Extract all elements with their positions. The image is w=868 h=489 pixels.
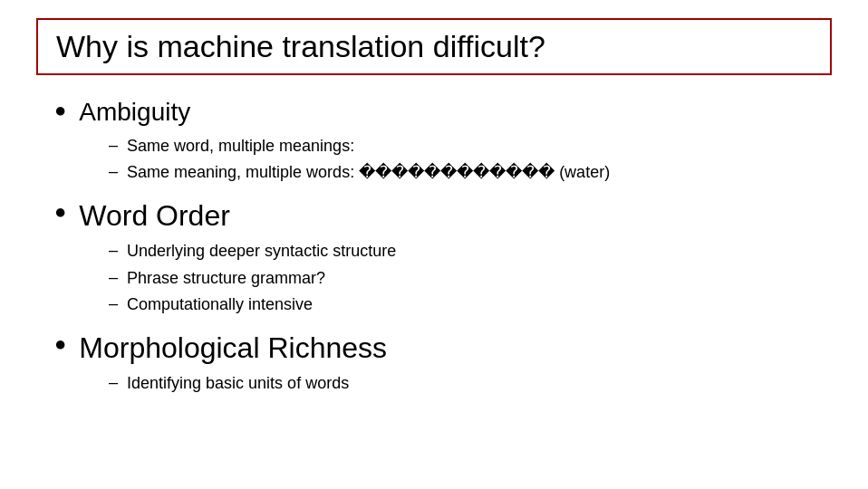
bullet-word-order: ● Word Order [54,198,832,233]
title-box: Why is machine translation difficult? [36,18,832,75]
ambiguity-label: Ambiguity [79,97,190,128]
word-order-sub3: Computationally intensive [127,293,313,316]
bullet-dot-ambiguity: ● [54,99,66,122]
dash-icon: – [109,294,118,313]
word-order-label: Word Order [79,198,230,233]
slide-title: Why is machine translation difficult? [56,29,545,63]
sub-bullet-item: – Computationally intensive [109,293,832,316]
dash-icon: – [109,162,118,181]
morphological-sub-bullets: – Identifying basic units of words [109,372,832,395]
sub-bullet-item: – Identifying basic units of words [109,372,832,395]
section-ambiguity: ● Ambiguity – Same word, multiple meanin… [54,97,832,184]
dash-icon: – [109,241,118,260]
bullet-morphological: ● Morphological Richness [54,331,832,365]
bullet-dot-morphological: ● [54,332,66,356]
ambiguity-sub2: Same meaning, multiple words: ����������… [127,161,610,184]
ambiguity-sub-bullets: – Same word, multiple meanings: – Same m… [109,135,832,184]
slide: Why is machine translation difficult? ● … [0,0,868,489]
sub-bullet-item: – Phrase structure grammar? [109,267,832,290]
morphological-label: Morphological Richness [79,331,387,365]
ambiguity-sub1: Same word, multiple meanings: [127,135,354,158]
word-order-sub-bullets: – Underlying deeper syntactic structure … [109,240,832,316]
word-order-sub2: Phrase structure grammar? [127,267,325,290]
content-area: ● Ambiguity – Same word, multiple meanin… [36,97,832,396]
word-order-sub1: Underlying deeper syntactic structure [127,240,396,263]
section-morphological: ● Morphological Richness – Identifying b… [54,331,832,396]
bullet-dot-word-order: ● [54,200,66,224]
sub-bullet-item: – Underlying deeper syntactic structure [109,240,832,263]
dash-icon: – [109,136,118,155]
sub-bullet-item: – Same meaning, multiple words: ��������… [109,161,832,184]
sub-bullet-item: – Same word, multiple meanings: [109,135,832,158]
dash-icon: – [109,268,118,287]
section-word-order: ● Word Order – Underlying deeper syntact… [54,198,832,316]
dash-icon: – [109,373,118,392]
morphological-sub1: Identifying basic units of words [127,372,349,395]
bullet-ambiguity: ● Ambiguity [54,97,832,128]
